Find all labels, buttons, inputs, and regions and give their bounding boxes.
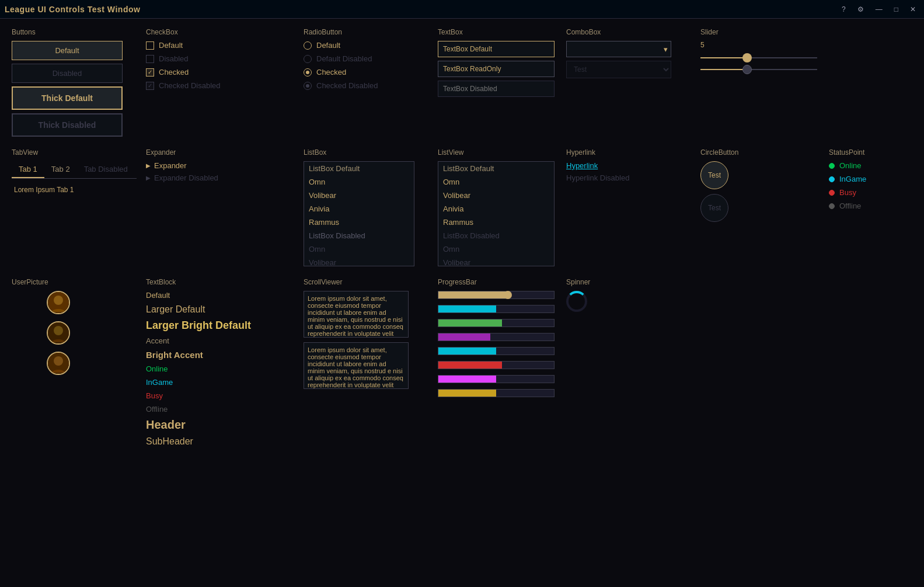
checkbox-default[interactable]: Default <box>146 41 294 50</box>
hyperlink-section: Hyperlink Hyperlink Hyperlink Disabled <box>562 144 696 271</box>
checkbox-checked-disabled-label: Checked Disabled <box>159 81 221 90</box>
combobox-section: ComboBox ▾ Test <box>562 23 696 141</box>
thick-default-button[interactable]: Thick Default <box>12 86 123 110</box>
checkbox-checked[interactable]: Checked <box>146 68 294 77</box>
listview-item-header[interactable]: ListBox Default <box>438 162 554 175</box>
combobox-default-wrap[interactable]: ▾ <box>566 41 671 57</box>
checkbox-box-checked[interactable] <box>146 68 154 77</box>
listview-item-anivia[interactable]: Anivia <box>438 202 554 216</box>
checkbox-box-disabled <box>146 55 154 63</box>
progressbar-fill-4 <box>438 334 490 341</box>
userpicture-label: UserPicture <box>12 278 137 286</box>
tb-online: Online <box>146 364 294 373</box>
tb-default: Default <box>146 291 294 300</box>
tb-subheader: SubHeader <box>146 436 294 447</box>
buttons-label: Buttons <box>12 28 137 36</box>
spinner <box>566 291 587 312</box>
status-ingame-dot <box>829 176 835 182</box>
combobox-default[interactable] <box>566 41 671 57</box>
progressbar-track-2 <box>438 305 555 313</box>
listbox-item-header[interactable]: ListBox Default <box>304 162 414 175</box>
avatar-img-2 <box>48 322 69 343</box>
scrollviewer-label: ScrollViewer <box>304 278 428 286</box>
tb-busy: Busy <box>146 391 294 400</box>
tb-offline: Offline <box>146 405 294 414</box>
listbox-item-rammus[interactable]: Rammus <box>304 216 414 229</box>
progressbar-6 <box>438 361 555 370</box>
tab-1[interactable]: Tab 1 <box>12 161 44 178</box>
minimize-button[interactable]: — <box>872 4 886 15</box>
userpicture-section: UserPicture <box>7 273 141 456</box>
settings-button[interactable]: ⚙ <box>854 4 867 15</box>
listbox-item-anivia[interactable]: Anivia <box>304 202 414 216</box>
row1-empty <box>824 23 924 141</box>
progressbar-track-4 <box>438 333 555 341</box>
scrollviewer-1[interactable]: Lorem ipsum dolor sit amet, consecte eiu… <box>304 291 409 338</box>
listview[interactable]: ListBox Default Omn Volibear Anivia Ramm… <box>438 161 555 266</box>
slider-section: Slider 5 <box>696 23 824 141</box>
textblock-section: TextBlock Default Larger Default Larger … <box>141 273 299 456</box>
scrollviewer-2[interactable]: Lorem ipsum dolor sit amet, consecte eiu… <box>304 342 409 389</box>
statuspoint-section: StatusPoint Online InGame Busy Offline <box>824 144 924 271</box>
titlebar: League UI Controls Test Window ? ⚙ — □ ✕ <box>0 0 924 19</box>
tab-2[interactable]: Tab 2 <box>44 161 77 178</box>
radio-checked[interactable]: Checked <box>304 68 428 77</box>
scrollviewer-section: ScrollViewer Lorem ipsum dolor sit amet,… <box>299 273 433 456</box>
expander-arrow-disabled-icon: ▶ <box>146 175 151 181</box>
default-button[interactable]: Default <box>12 41 123 60</box>
expander-header-default[interactable]: ▶ Expander <box>146 161 294 170</box>
combobox-label: ComboBox <box>566 28 691 36</box>
status-offline-dot <box>829 203 835 209</box>
tab-header: Tab 1 Tab 2 Tab Disabled <box>12 161 137 179</box>
progressbar-5 <box>438 347 555 356</box>
checkbox-box-default[interactable] <box>146 41 154 50</box>
close-button[interactable]: ✕ <box>906 4 919 15</box>
radio-disabled: Default Disabled <box>304 54 428 63</box>
listbox-disabled-volibear: Volibear <box>304 256 414 266</box>
progressbar-fill-5 <box>438 348 496 355</box>
progressbar-thumb-1[interactable] <box>504 291 512 299</box>
radio-checked-label: Checked <box>316 68 346 77</box>
circlebutton-section: CircleButton Test Test <box>696 144 824 271</box>
statuspoint-label: StatusPoint <box>829 148 924 157</box>
status-offline-item: Offline <box>829 202 924 210</box>
progressbar-1[interactable] <box>438 291 555 300</box>
circle-btn-active[interactable]: Test <box>700 161 728 189</box>
listview-item-rammus[interactable]: Rammus <box>438 216 554 229</box>
status-ingame-item: InGame <box>829 175 924 183</box>
slider-value: 5 <box>700 41 820 49</box>
user-avatar-3 <box>47 352 70 375</box>
listview-disabled-omn: Omn <box>438 242 554 256</box>
listbox-label: ListBox <box>304 148 428 157</box>
radiobutton-label: RadioButton <box>304 28 428 36</box>
radio-circle-default[interactable] <box>304 41 312 50</box>
radio-circle-checked[interactable] <box>304 68 312 77</box>
listview-item-volibear[interactable]: Volibear <box>438 189 554 202</box>
status-online-label: Online <box>839 161 862 170</box>
radio-circle-checked-disabled <box>304 82 312 90</box>
expander-header-disabled: ▶ Expander Disabled <box>146 173 294 182</box>
progressbar-7 <box>438 375 555 384</box>
avatar-img-1 <box>48 292 69 313</box>
help-button[interactable]: ? <box>838 4 849 15</box>
circlebutton-label: CircleButton <box>700 148 820 157</box>
tb-bright-accent: Bright Accent <box>146 350 294 360</box>
listview-disabled-volibear: Volibear <box>438 256 554 266</box>
tab-disabled: Tab Disabled <box>77 161 135 178</box>
textbox-default[interactable] <box>438 41 555 57</box>
hyperlink-active[interactable]: Hyperlink <box>566 161 691 170</box>
slider-thumb[interactable] <box>742 53 752 62</box>
svg-point-1 <box>54 296 63 305</box>
radio-default[interactable]: Default <box>304 41 428 50</box>
spinner-label: Spinner <box>566 278 691 286</box>
slider-wrap[interactable] <box>700 57 817 70</box>
expander-default[interactable]: ▶ Expander <box>146 161 294 170</box>
listbox[interactable]: ListBox Default Omn Volibear Anivia Ramm… <box>304 161 414 266</box>
listview-item-omn[interactable]: Omn <box>438 175 554 189</box>
listbox-item-omn[interactable]: Omn <box>304 175 414 189</box>
progressbar-fill-2 <box>438 305 496 312</box>
combobox-disabled-wrap: Test <box>566 61 671 78</box>
listbox-item-volibear[interactable]: Volibear <box>304 189 414 202</box>
listview-section: ListView ListBox Default Omn Volibear An… <box>433 144 562 271</box>
maximize-button[interactable]: □ <box>891 4 902 15</box>
